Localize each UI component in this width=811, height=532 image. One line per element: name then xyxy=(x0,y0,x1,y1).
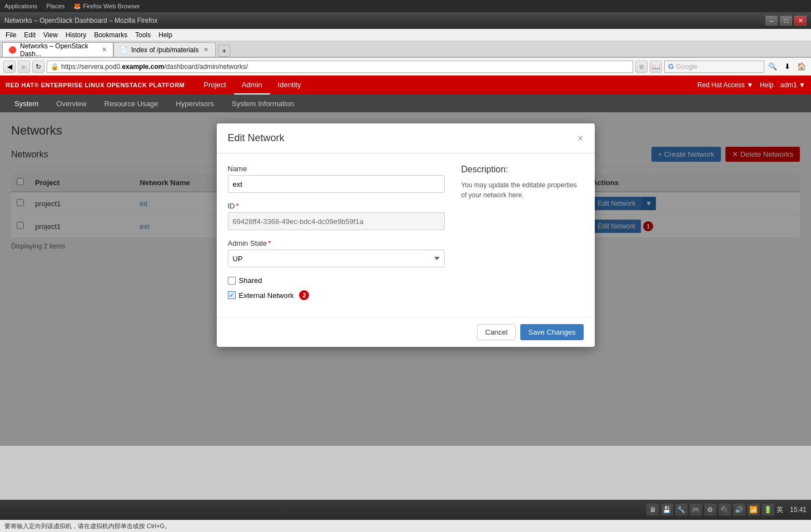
id-label: ID* xyxy=(228,202,445,210)
red-hat-access[interactable]: Red Hat Access ▼ xyxy=(697,81,753,89)
taskbar-icon-3[interactable]: 🔧 xyxy=(675,504,688,516)
desc-text: You may update the editable properties o… xyxy=(461,180,584,200)
nav-admin[interactable]: Admin xyxy=(234,76,270,95)
name-field-group: Name xyxy=(228,165,445,193)
menu-bookmarks[interactable]: Bookmarks xyxy=(91,30,131,40)
modal-body: Name ID* Admin State* xyxy=(217,153,595,317)
home-button[interactable]: 🏠 xyxy=(795,61,808,73)
search-placeholder: Google xyxy=(676,63,698,71)
status-bar: 要将输入定向到该虚拟机，请在虚拟机内部单击或按 Ctrl+G。 xyxy=(0,520,811,532)
url-text: https://servera.pod0.example.com/dashboa… xyxy=(61,63,248,71)
tab-bar: 🔴 Networks – OpenStack Dash... ✕ 📄 Index… xyxy=(0,41,811,58)
external-network-badge: 2 xyxy=(299,290,309,300)
lock-icon: 🔒 xyxy=(51,63,59,71)
close-button[interactable]: ✕ xyxy=(794,16,807,26)
tab-index-close[interactable]: ✕ xyxy=(202,46,210,54)
back-button[interactable]: ◀ xyxy=(3,61,16,73)
tab-index-label: Index of /pub/materials xyxy=(131,46,198,54)
edit-network-modal: Edit Network × Name ID* xyxy=(217,123,595,347)
url-bar[interactable]: 🔒 https://servera.pod0.example.com/dashb… xyxy=(47,61,633,73)
taskbar-time: 15:41 xyxy=(790,506,807,514)
tab-index-favicon: 📄 xyxy=(120,46,128,54)
modal-description: Description: You may update the editable… xyxy=(461,165,584,306)
refresh-button[interactable]: ↻ xyxy=(32,61,44,73)
sub-nav-system: System xyxy=(6,95,47,112)
cancel-button[interactable]: Cancel xyxy=(477,324,516,340)
tab-networks-close[interactable]: ✕ xyxy=(101,46,107,54)
taskbar-lang: 英 xyxy=(777,505,783,515)
menu-file[interactable]: File xyxy=(2,30,19,40)
tab-networks-label: Networks – OpenStack Dash... xyxy=(20,42,97,58)
taskbar-icon-6[interactable]: 🔌 xyxy=(719,504,731,516)
window-titlebar: Networks – OpenStack Dashboard – Mozilla… xyxy=(0,12,811,29)
sub-nav-system-info[interactable]: System Information xyxy=(223,95,303,112)
modal-header: Edit Network × xyxy=(217,123,595,153)
os-navbar: RED HAT® ENTERPRISE LINUX OPENSTACK PLAT… xyxy=(0,76,811,95)
modal-overlay: Edit Network × Name ID* xyxy=(0,112,811,446)
maximize-button[interactable]: □ xyxy=(780,16,792,26)
forward-button[interactable]: ▶ xyxy=(18,61,30,73)
save-changes-button[interactable]: Save Changes xyxy=(520,324,583,340)
sub-nav-resource-usage[interactable]: Resource Usage xyxy=(96,95,167,112)
page-content: Networks Networks + Create Network ✕ Del… xyxy=(0,112,811,446)
desktop-top-bar: Applications Places 🦊 Firefox Web Browse… xyxy=(0,0,811,12)
id-field-group: ID* xyxy=(228,202,445,230)
desc-title: Description: xyxy=(461,165,584,175)
name-label: Name xyxy=(228,165,445,173)
shared-checkbox[interactable] xyxy=(228,277,236,285)
taskbar-icon-2[interactable]: 💾 xyxy=(661,504,673,516)
address-bar: ◀ ▶ ↻ 🔒 https://servera.pod0.example.com… xyxy=(0,58,811,76)
external-network-label: External Network xyxy=(239,291,294,300)
taskbar-icon-7[interactable]: 🔊 xyxy=(733,504,745,516)
firefox-label: 🦊 Firefox Web Browser xyxy=(73,3,140,10)
search-button[interactable]: 🔍 xyxy=(767,61,779,73)
name-input[interactable] xyxy=(228,175,445,193)
sub-nav: System Overview Resource Usage Hyperviso… xyxy=(0,95,811,112)
modal-footer: Cancel Save Changes xyxy=(217,317,595,347)
external-network-checkbox[interactable] xyxy=(228,291,236,299)
taskbar-icon-4[interactable]: 🎮 xyxy=(690,504,702,516)
window-title: Networks – OpenStack Dashboard – Mozilla… xyxy=(4,17,157,24)
taskbar-icon-1[interactable]: 🖥 xyxy=(646,504,659,516)
tab-index[interactable]: 📄 Index of /pub/materials ✕ xyxy=(113,42,216,57)
reading-mode[interactable]: 📖 xyxy=(650,61,662,73)
id-input xyxy=(228,212,445,230)
shared-row: Shared xyxy=(228,276,445,285)
nav-help[interactable]: Help xyxy=(760,81,774,89)
os-nav-right: Red Hat Access ▼ Help adm1 ▼ xyxy=(697,81,805,89)
bookmark-star[interactable]: ☆ xyxy=(635,61,648,73)
taskbar: 🖥 💾 🔧 🎮 ⚙ 🔌 🔊 📶 🔋 英 15:41 xyxy=(0,500,811,520)
taskbar-icon-8[interactable]: 📶 xyxy=(748,504,760,516)
download-button[interactable]: ⬇ xyxy=(781,61,793,73)
taskbar-icon-5[interactable]: ⚙ xyxy=(704,504,717,516)
modal-form: Name ID* Admin State* xyxy=(228,165,445,306)
modal-close-button[interactable]: × xyxy=(578,133,584,143)
menu-view[interactable]: View xyxy=(40,30,61,40)
menu-help[interactable]: Help xyxy=(155,30,176,40)
search-box[interactable]: G Google xyxy=(664,61,764,73)
admin-state-group: Admin State* UP DOWN xyxy=(228,239,445,267)
menu-tools[interactable]: Tools xyxy=(132,30,154,40)
modal-title: Edit Network xyxy=(228,132,285,144)
taskbar-icon-9[interactable]: 🔋 xyxy=(762,504,774,516)
shared-label: Shared xyxy=(239,276,262,285)
nav-project[interactable]: Project xyxy=(196,76,233,95)
google-icon: G xyxy=(668,62,674,71)
sub-nav-overview[interactable]: Overview xyxy=(47,95,95,112)
menu-edit[interactable]: Edit xyxy=(21,30,39,40)
admin-state-select[interactable]: UP DOWN xyxy=(228,250,445,267)
menu-history[interactable]: History xyxy=(62,30,89,40)
minimize-button[interactable]: – xyxy=(765,16,778,26)
os-brand: RED HAT® ENTERPRISE LINUX OPENSTACK PLAT… xyxy=(6,82,185,88)
admin-state-label: Admin State* xyxy=(228,239,445,247)
sub-nav-hypervisors[interactable]: Hypervisors xyxy=(167,95,223,112)
nav-user[interactable]: adm1 ▼ xyxy=(780,81,805,89)
external-network-row: External Network 2 xyxy=(228,290,445,300)
nav-identity[interactable]: Identity xyxy=(270,76,309,95)
menu-bar: File Edit View History Bookmarks Tools H… xyxy=(0,29,811,41)
places-menu[interactable]: Places xyxy=(46,3,64,9)
tab-networks[interactable]: 🔴 Networks – OpenStack Dash... ✕ xyxy=(2,42,113,57)
new-tab-button[interactable]: + xyxy=(218,44,230,57)
tab-networks-favicon: 🔴 xyxy=(8,46,17,54)
applications-menu[interactable]: Applications xyxy=(4,3,37,9)
